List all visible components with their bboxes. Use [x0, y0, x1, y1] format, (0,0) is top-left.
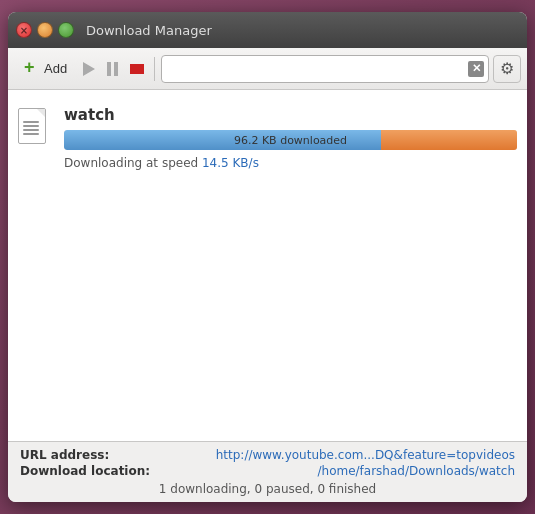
toolbar: Add ✕ ⚙	[8, 48, 527, 90]
progress-bar-remainder	[381, 130, 517, 150]
resume-button[interactable]	[79, 58, 99, 80]
file-line-3	[23, 129, 39, 131]
url-label: URL address:	[20, 448, 150, 462]
search-input[interactable]	[166, 61, 468, 76]
file-line-1	[23, 121, 39, 123]
speed-value: 14.5 KB/s	[202, 156, 259, 170]
settings-icon: ⚙	[500, 59, 514, 78]
toolbar-separator	[154, 57, 155, 81]
file-line-4	[23, 133, 39, 135]
download-name: watch	[64, 106, 517, 124]
location-value: /home/farshad/Downloads/watch	[158, 464, 515, 478]
status-grid: URL address: http://www.youtube.com...DQ…	[20, 448, 515, 478]
add-button[interactable]: Add	[14, 56, 75, 82]
titlebar: × Download Manager	[8, 12, 527, 48]
file-line-2	[23, 125, 39, 127]
add-icon	[22, 60, 40, 78]
pause-button[interactable]	[103, 58, 122, 80]
download-item: watch 96.2 KB downloaded Downloading at …	[18, 100, 517, 176]
titlebar-buttons: ×	[16, 22, 74, 38]
stop-button[interactable]	[126, 60, 148, 78]
file-icon-body	[18, 108, 46, 144]
download-info: watch 96.2 KB downloaded Downloading at …	[64, 106, 517, 170]
main-window: × Download Manager Add ✕ ⚙	[8, 12, 527, 502]
progress-text: 96.2 KB downloaded	[234, 134, 347, 147]
add-label: Add	[44, 61, 67, 76]
stop-icon	[130, 64, 144, 74]
search-container: ✕	[161, 55, 489, 83]
url-value: http://www.youtube.com...DQ&feature=topv…	[158, 448, 515, 462]
progress-bar: 96.2 KB downloaded	[64, 130, 517, 150]
minimize-button[interactable]	[37, 22, 53, 38]
settings-button[interactable]: ⚙	[493, 55, 521, 83]
close-button[interactable]: ×	[16, 22, 32, 38]
search-clear-button[interactable]: ✕	[468, 61, 484, 77]
download-speed: Downloading at speed 14.5 KB/s	[64, 156, 517, 170]
file-icon	[18, 108, 54, 148]
play-icon	[83, 62, 95, 76]
file-icon-lines	[23, 121, 39, 137]
location-label: Download location:	[20, 464, 150, 478]
speed-prefix: Downloading at speed	[64, 156, 202, 170]
statusbar: URL address: http://www.youtube.com...DQ…	[8, 441, 527, 502]
maximize-button[interactable]	[58, 22, 74, 38]
pause-icon	[107, 62, 118, 76]
status-summary: 1 downloading, 0 paused, 0 finished	[20, 482, 515, 496]
window-title: Download Manager	[86, 23, 212, 38]
downloads-list: watch 96.2 KB downloaded Downloading at …	[8, 90, 527, 441]
